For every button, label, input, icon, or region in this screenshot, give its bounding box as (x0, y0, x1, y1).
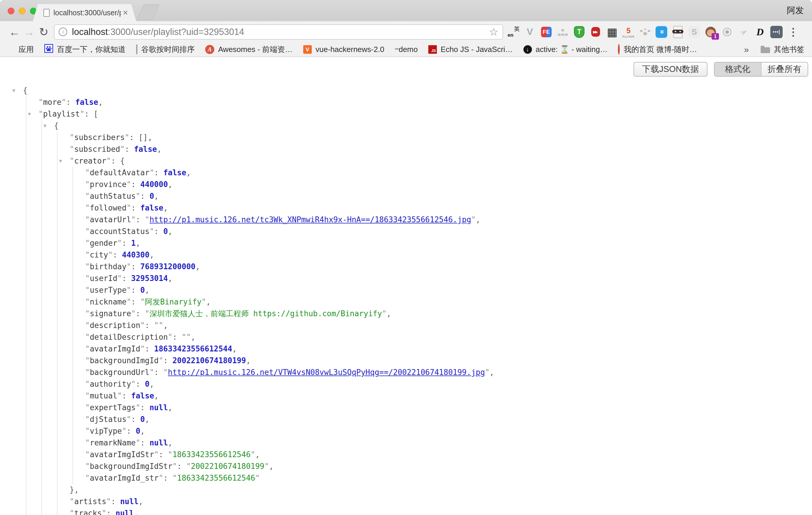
browser-menu-icon[interactable]: ⋮ (788, 26, 799, 38)
sitemap-extension-icon[interactable] (556, 25, 570, 39)
dictionary-extension-icon[interactable]: D (753, 25, 767, 39)
bookmark-vue-hackernews[interactable]: Vvue-hackernews-2.0 (303, 45, 384, 54)
json-line: "more": false, (0, 96, 812, 108)
json-line: "backgroundImgIdStr": "2002210674180199"… (0, 460, 812, 472)
collapse-arrow-icon[interactable]: ▼ (12, 85, 15, 96)
fe-helper-extension-icon[interactable]: FE (540, 25, 553, 39)
json-line: "userType": 0, (0, 284, 812, 296)
html5-player-extension-icon[interactable]: 5PLAYER (622, 25, 635, 39)
bookmark-echojs[interactable]: JSEcho JS - JavaScri… (428, 45, 513, 54)
weibo-extension-icon[interactable] (720, 25, 734, 39)
indent-guide (26, 96, 26, 515)
pocket-extension-icon[interactable]: « (655, 25, 668, 39)
collapse-arrow-icon[interactable]: ▼ (59, 155, 62, 167)
other-bookmarks-label: 其他书签 (774, 44, 804, 55)
profile-name[interactable]: 阿发 (787, 5, 804, 17)
close-window-button[interactable] (8, 8, 14, 15)
json-line: "authStatus": 0, (0, 190, 812, 202)
minimize-window-button[interactable] (19, 8, 26, 15)
json-line: "nickname": "阿发Binaryify", (0, 296, 812, 308)
format-button[interactable]: 格式化 (715, 62, 761, 76)
json-line: "city": 440300, (0, 249, 812, 261)
echojs-icon: JS (428, 45, 437, 54)
collapse-arrow-icon[interactable]: ▼ (44, 120, 47, 132)
vue-devtools-extension-icon[interactable]: V (523, 25, 536, 39)
page-content: ▼{"more": false,▼"playlist": [▼{"subscri… (0, 57, 812, 515)
bookmark-demo[interactable]: demo (395, 45, 418, 54)
arrow-circle-icon: ↓ (523, 45, 532, 54)
bookmark-label: active: ⌛ - waiting… (536, 45, 608, 54)
tab-strip: localhost:3000/user/playlist?ui × 阿发 (0, 0, 812, 21)
json-line: "avatarImgId": 18633423556612544, (0, 343, 812, 355)
json-line: "birthday": 768931200000, (0, 261, 812, 273)
json-line: "detailDescription": "", (0, 331, 812, 343)
toolbar: ← → ↻ i localhost:3000/user/playlist?uid… (0, 21, 812, 42)
qrcode-extension-icon[interactable]: ▦ (605, 25, 619, 39)
active-tab[interactable]: localhost:3000/user/playlist?ui × (33, 4, 136, 21)
json-line: "gender": 1, (0, 237, 812, 249)
page-info-icon[interactable]: i (59, 28, 67, 36)
indent-guide (41, 120, 42, 515)
collapse-arrow-icon[interactable]: ▼ (28, 108, 31, 120)
bookmark-awesomes[interactable]: AAwesomes - 前端资… (205, 44, 293, 55)
view-mode-segmented-control: 格式化 折叠所有 (714, 62, 808, 77)
json-line: "followed": false, (0, 202, 812, 214)
tab-close-icon[interactable]: × (123, 8, 128, 17)
url-path: :3000/user/playlist?uid=32953014 (108, 27, 244, 37)
bookmark-label: Awesomes - 前端资… (218, 44, 293, 55)
translate-extension-icon[interactable]: en英 (507, 25, 520, 39)
json-url-link[interactable]: http://p1.music.126.net/VTW4vsN08vwL3uSQ… (168, 368, 485, 377)
bookmark-weibo[interactable]: 我的首页 微博-随时… (618, 44, 697, 55)
video-speed-extension-icon[interactable]: ▶▶ (589, 25, 602, 39)
json-line: ▼{ (0, 120, 812, 132)
bookmark-star-icon[interactable]: ☆ (489, 27, 498, 37)
mask-file-extension-icon[interactable] (671, 25, 685, 39)
paw-extension-icon[interactable] (638, 25, 652, 39)
bookmark-items: 应用百度一下，你就知道谷歌按时间排序AAwesomes - 前端资…Vvue-h… (8, 44, 697, 55)
bookmark-label: vue-hackernews-2.0 (316, 45, 384, 54)
bookmark-label: Echo JS - JavaScri… (441, 45, 513, 54)
json-line: "province": 440000, (0, 178, 812, 190)
folder-icon (761, 47, 770, 53)
back-button[interactable]: ← (7, 26, 22, 37)
bookmark-label: 我的首页 微博-随时… (624, 44, 697, 55)
reload-button[interactable]: ↻ (36, 26, 51, 37)
json-line: "accountStatus": 0, (0, 226, 812, 237)
json-line: "avatarUrl": "http://p1.music.126.net/tc… (0, 214, 812, 226)
bookmark-baidu[interactable]: 百度一下，你就知道 (44, 44, 126, 55)
json-line: "subscribers": [], (0, 132, 812, 143)
json-line: ▼"creator": { (0, 155, 812, 167)
new-tab-button[interactable] (137, 4, 160, 20)
url-text[interactable]: localhost:3000/user/playlist?uid=3295301… (72, 27, 486, 37)
json-line: "djStatus": 0, (0, 413, 812, 425)
hummingbird-extension-icon[interactable]: ➢ (737, 25, 750, 39)
awesomes-icon: A (205, 45, 214, 54)
collapse-all-button[interactable]: 折叠所有 (761, 62, 808, 76)
bookmark-label: demo (399, 45, 418, 54)
bookmark-apps[interactable]: 应用 (8, 44, 34, 55)
json-line: "avatarImgIdStr": "18633423556612546", (0, 449, 812, 460)
s-extension-icon[interactable]: S (688, 25, 701, 39)
monkey-extension-icon[interactable]: 1 (704, 25, 718, 39)
json-line: "backgroundImgId": 2002210674180199, (0, 355, 812, 366)
json-line: "vipType": 0, (0, 425, 812, 437)
json-url-link[interactable]: http://p1.music.126.net/tc3Wk_XNPmwiR4hx… (149, 215, 471, 224)
extension-badge: 1 (712, 33, 719, 40)
bookmarks-overflow-chevron[interactable]: » (744, 45, 749, 55)
bookmark-google-by-time[interactable]: 谷歌按时间排序 (136, 44, 195, 55)
json-line: "defaultAvatar": false, (0, 167, 812, 178)
json-line: "authority": 0, (0, 378, 812, 390)
tampermonkey-extension-icon[interactable]: T (573, 25, 586, 39)
bookmarks-bar: 应用百度一下，你就知道谷歌按时间排序AAwesomes - 前端资…Vvue-h… (0, 42, 812, 57)
weibo-icon (618, 45, 620, 54)
json-line: "avatarImgId_str": "18633423556612546" (0, 472, 812, 484)
address-bar[interactable]: i localhost:3000/user/playlist?uid=32953… (54, 24, 503, 40)
other-bookmarks-folder[interactable]: 其他书签 (761, 44, 804, 55)
vue-icon: V (303, 45, 312, 54)
json-line: "signature": "深圳市爱猫人士，前端工程师 https://gith… (0, 308, 812, 319)
bookmark-active[interactable]: ↓active: ⌛ - waiting… (523, 45, 608, 54)
json-line: ▼{ (0, 85, 812, 96)
password-extension-icon[interactable]: •••| (770, 25, 783, 39)
download-json-button[interactable]: 下载JSON数据 (634, 62, 707, 77)
bookmark-label: 谷歌按时间排序 (141, 44, 195, 55)
